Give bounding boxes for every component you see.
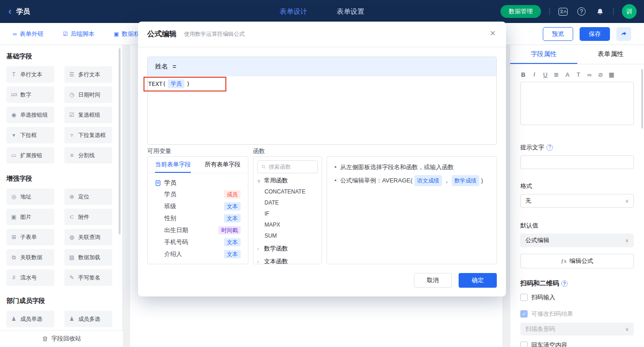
scan-input-row: 扫码输入 <box>520 293 634 301</box>
sidebar-scrollbar[interactable] <box>119 48 121 234</box>
palette-item-multi-line-text[interactable]: ☰多行文本 <box>64 66 112 83</box>
palette-item-address[interactable]: ◎地址 <box>6 188 54 205</box>
data-permission-link[interactable]: ▣ 数据权 <box>114 30 139 38</box>
palette-item-divider[interactable]: ≡分割线 <box>64 147 112 164</box>
preview-button[interactable]: 预览 <box>543 27 573 41</box>
attachment-icon: ⊂ <box>68 214 75 220</box>
field-recycle-bin[interactable]: 字段回收站 <box>0 330 123 347</box>
function-item[interactable]: IF <box>257 208 318 219</box>
function-group-math[interactable]: › 数学函数 <box>257 243 318 254</box>
palette-item-single-line-text[interactable]: T单行文本 <box>6 66 54 83</box>
scan-input-checkbox[interactable] <box>520 294 528 301</box>
variable-chip[interactable]: 学员 <box>168 80 184 88</box>
insert-image-icon[interactable]: ▦ <box>609 71 615 78</box>
topbar-divider <box>549 8 550 15</box>
palette-item-number[interactable]: 123数字 <box>6 86 54 103</box>
palette-item-datetime[interactable]: ◷日期时间 <box>64 86 112 103</box>
variable-row[interactable]: 出生日期时间戳 <box>155 224 241 236</box>
cancel-button[interactable]: 取消 <box>414 273 452 288</box>
palette-item-multi-dropdown[interactable]: ▿下拉复选框 <box>64 127 112 143</box>
question-circle-icon[interactable]: ? <box>561 280 568 287</box>
palette-item-extend-button[interactable]: ▭扩展按钮 <box>6 147 54 164</box>
variable-row[interactable]: 学员成员 <box>155 188 241 200</box>
palette-item-radio-group[interactable]: ◉单选按钮组 <box>6 107 54 123</box>
formula-editor[interactable]: 姓名 = <box>147 57 497 145</box>
palette-item-attachment[interactable]: ⊂附件 <box>64 209 112 225</box>
edit-formula-button[interactable]: ƒx 编辑公式 <box>520 254 634 268</box>
function-item[interactable]: SUM <box>257 230 318 241</box>
formula-expression[interactable]: TEXT( 学员 ) <box>148 80 190 88</box>
function-item[interactable]: MAPX <box>257 219 318 230</box>
properties-scrollbar[interactable] <box>641 69 643 129</box>
function-group-text[interactable]: › 文本函数 <box>257 256 318 264</box>
tab-form-properties[interactable]: 表单属性 <box>577 45 644 64</box>
field-palette: 基础字段 T单行文本 ☰多行文本 123数字 ◷日期时间 ◉单选按钮组 ☑复选框… <box>0 45 123 347</box>
tab-all-form-fields[interactable]: 所有表单字段 <box>205 157 241 173</box>
hint-text-input[interactable] <box>520 155 634 169</box>
default-value-label: 默认值 <box>520 222 634 230</box>
fx-icon: ƒx <box>561 257 566 265</box>
share-button[interactable] <box>616 27 631 41</box>
function-search[interactable] <box>257 160 318 173</box>
scan-editable-checkbox[interactable]: ✓ <box>520 310 528 318</box>
font-color-icon[interactable]: A <box>564 71 570 78</box>
palette-item-member-single[interactable]: ♟成员单选 <box>6 311 54 327</box>
default-value-select[interactable]: 公式编辑 ∨ <box>520 233 634 247</box>
variable-row[interactable]: 班级文本 <box>155 200 241 212</box>
palette-item-linked-query[interactable]: ◍关联查询 <box>64 229 112 245</box>
palette-item-data-load[interactable]: ▤数据加载 <box>64 249 112 266</box>
translate-icon[interactable]: 文A <box>558 6 568 17</box>
tab-form-settings[interactable]: 表单设置 <box>337 7 364 16</box>
form-node[interactable]: 学员 <box>155 177 241 188</box>
variable-row[interactable]: 性别文本 <box>155 212 241 224</box>
palette-item-serial-number[interactable]: #流水号 <box>6 269 54 286</box>
palette-item-image[interactable]: ▣图片 <box>6 209 54 225</box>
palette-item-location[interactable]: ⊕定位 <box>64 188 112 205</box>
question-circle-icon[interactable]: ? <box>546 144 553 151</box>
palette-item-checkbox-group[interactable]: ☑复选框组 <box>64 107 112 123</box>
palette-item-dropdown[interactable]: ▾下拉框 <box>6 127 54 143</box>
backend-script-link[interactable]: ☑ 后端脚本 <box>63 30 95 38</box>
notification-bell-icon[interactable] <box>595 6 605 17</box>
tab-current-form-fields[interactable]: 当前表单字段 <box>155 157 191 173</box>
data-manage-button[interactable]: 数据管理 <box>500 5 541 18</box>
palette-item-subform[interactable]: ⊞子表单 <box>6 229 54 245</box>
function-search-input[interactable] <box>269 164 314 170</box>
format-select[interactable]: 无 ∨ <box>520 194 634 208</box>
description-editor[interactable] <box>520 82 634 125</box>
modal-subtitle: 使用数学运算符编辑公式 <box>184 30 245 38</box>
tab-form-design[interactable]: 表单设计 <box>280 7 307 16</box>
bold-icon[interactable]: B <box>520 71 526 78</box>
palette-item-member-multi[interactable]: ♟成员多选 <box>64 311 112 327</box>
tab-field-properties[interactable]: 字段属性 <box>510 45 577 64</box>
function-group-common[interactable]: ∨ 常用函数 <box>257 175 318 186</box>
palette-item-signature[interactable]: ✎手写签名 <box>64 269 112 286</box>
function-item[interactable]: CONCATENATE <box>257 186 318 197</box>
chevron-down-icon: ∨ <box>625 238 629 244</box>
multi-line-text-icon: ☰ <box>68 71 75 78</box>
help-icon[interactable]: ? <box>576 6 586 17</box>
properties-panel: 字段属性 表单属性 B I U ≣ A T ∞ ⊘ ▦ 提示文字 ? 格式 无 … <box>510 45 644 347</box>
variables-label: 可用变量 <box>147 147 171 155</box>
back-chevron-icon[interactable]: ‹ <box>8 6 12 17</box>
clear-on-enter-checkbox[interactable] <box>520 341 528 347</box>
italic-icon[interactable]: I <box>531 71 537 78</box>
confirm-button[interactable]: 确定 <box>459 273 497 288</box>
variable-row[interactable]: 手机号码文本 <box>155 236 241 248</box>
function-item[interactable]: DATE <box>257 197 318 208</box>
permission-icon: ▣ <box>114 31 119 37</box>
save-button[interactable]: 保存 <box>580 27 610 41</box>
font-size-icon[interactable]: T <box>575 71 581 78</box>
field-type-tag: 文本 <box>224 202 241 210</box>
underline-icon[interactable]: U <box>542 71 548 78</box>
palette-item-linked-data[interactable]: ⧉关联数据 <box>6 249 54 266</box>
avatar[interactable]: 训 <box>622 4 637 19</box>
scan-mode-select[interactable]: 扫描条形码 ∨ <box>520 323 634 336</box>
variable-row[interactable]: 介绍人文本 <box>155 248 241 260</box>
align-icon[interactable]: ≣ <box>553 71 559 78</box>
close-icon[interactable]: ✕ <box>490 30 496 37</box>
link-icon[interactable]: ∞ <box>586 71 592 78</box>
dropdown-icon: ▾ <box>10 132 17 138</box>
form-external-link[interactable]: ∞ 表单外链 <box>13 30 44 38</box>
unlink-icon[interactable]: ⊘ <box>598 71 604 78</box>
